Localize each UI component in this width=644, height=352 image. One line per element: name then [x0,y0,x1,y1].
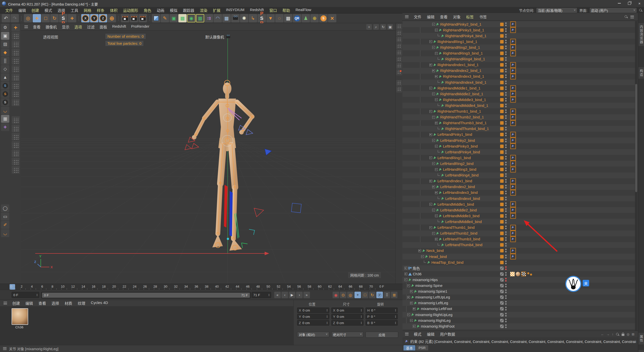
visibility-dots[interactable] [505,179,507,183]
weight-tag-icon[interactable] [510,68,516,74]
coord-field-旋转-P[interactable]: P0 °▴▾ [366,314,398,319]
live-selection-button[interactable]: ◎ [24,14,32,22]
ellipse-select-button[interactable]: ◯ [1,204,9,212]
snap-move-button[interactable]: + [12,24,20,31]
menu-handle-icon[interactable] [24,25,28,28]
size-mode-select[interactable]: 绝对尺寸˅ [331,332,364,337]
tree-row-Neck_bind[interactable]: Neck_bind [403,248,635,254]
visibility-dots[interactable] [505,173,507,177]
view-strip-icon-2[interactable] [396,30,402,36]
layer-color-swatch[interactable] [500,133,504,136]
back-icon[interactable]: ← [601,332,604,336]
character-figure[interactable] [192,82,252,251]
stepper-icon[interactable]: ▴▾ [393,309,396,312]
stepper-icon[interactable]: ▴▾ [393,321,396,324]
visibility-dots[interactable] [505,156,507,160]
target-tag-button[interactable]: ⊕ [310,14,319,22]
minimize-button[interactable] [614,0,624,7]
viewport-menu-选项[interactable]: 选项 [72,24,85,29]
tree-row-mixamorig:LeftUpLeg[interactable]: mixamorig:LeftUpLeg [403,294,635,300]
weight-tag-icon[interactable] [510,225,516,231]
volume-builder-button[interactable]: ◉ [187,14,195,22]
layer-color-swatch[interactable] [500,110,504,113]
expand-icon[interactable] [410,290,413,293]
menu-handle-icon[interactable] [405,333,409,335]
field-box[interactable]: Y0 cm▴▾ [297,314,329,319]
search-icon[interactable] [639,9,642,12]
make-editable-button[interactable]: ⚙ [1,24,9,31]
menu-运动图形[interactable]: 运动图形 [120,8,141,13]
visibility-dots[interactable] [505,40,507,44]
coord-field-位置-X[interactable]: X0 cm▴▾ [297,307,329,313]
material-manager[interactable]: Ch36 [0,306,293,345]
node-space-select[interactable]: 当前 (标准/物理) ˅ [536,8,577,13]
tree-row-LeftHandIndex4_bind[interactable]: LeftHandIndex4_bind [403,196,635,201]
collapse-icon[interactable] [432,186,435,188]
tree-row-mixamorig:RightLeg[interactable]: mixamorig:RightLeg [403,318,635,323]
record-pla-button[interactable]: ⠿ [384,292,390,298]
collapse-icon[interactable] [435,52,438,55]
snap-icon-9[interactable] [12,98,20,106]
menu-帮助[interactable]: 帮助 [280,8,293,13]
coordinate-system-button[interactable]: ⊕ [108,14,116,22]
layer-color-swatch[interactable] [500,69,504,72]
collapse-icon[interactable] [432,69,435,72]
collapse-icon[interactable] [410,319,413,322]
visibility-dots[interactable] [505,260,507,265]
layer-color-swatch[interactable] [500,226,504,229]
stepper-icon[interactable]: ▴▾ [35,293,37,296]
weight-tag-icon[interactable] [510,91,516,97]
tree-row-LeftHandMiddle2_bind[interactable]: LeftHandMiddle2_bind [403,207,635,213]
layer-color-swatch[interactable] [500,243,504,247]
tree-row-RightHandIndex4_bind_1[interactable]: RightHandIndex4_bind_1 [403,79,635,85]
visibility-dots[interactable] [505,272,507,276]
layer-color-swatch[interactable] [500,272,504,276]
stepper-icon[interactable]: ▴▾ [325,321,328,324]
tree-row-HeadTop_End_bind[interactable]: HeadTop_End_bind [403,259,635,265]
viewport-menu-Redshift[interactable]: Redshift [110,24,129,29]
visibility-dots[interactable] [505,28,507,32]
visibility-dots[interactable] [505,197,507,201]
menu-扩展[interactable]: 扩展 [210,8,223,13]
visibility-dots[interactable] [505,63,507,67]
collapse-icon[interactable] [432,46,435,49]
scale-tool-button[interactable]: □ [42,14,50,22]
collapse-icon[interactable] [429,156,432,159]
viewport-menu-查看[interactable]: 查看 [30,24,43,29]
tree-row-RightHandIndex2_bind_1[interactable]: RightHandIndex2_bind_1 [403,68,635,74]
viewport-menu-摄像机[interactable]: 摄像机 [43,24,59,29]
collapse-icon[interactable] [432,209,435,211]
collapse-icon[interactable] [429,180,432,183]
menu-创建[interactable]: 创建 [29,8,42,13]
tree-row-RightHandMiddle1_bind_1[interactable]: RightHandMiddle1_bind_1 [403,85,635,91]
weight-tag-icon[interactable] [510,178,516,184]
move-tool-button[interactable]: + [33,14,41,22]
weight-tag-icon[interactable] [510,248,516,254]
menu-文件[interactable]: 文件 [3,8,16,13]
workplane-mode-button[interactable]: ◆ [1,49,9,56]
visibility-dots[interactable] [505,74,507,78]
layer-color-swatch[interactable] [500,63,504,67]
tree-row-LeftHandIndex2_bind[interactable]: LeftHandIndex2_bind [403,184,635,190]
collapse-icon[interactable] [429,87,432,90]
visibility-dots[interactable] [505,220,507,224]
layer-color-swatch[interactable] [500,313,504,317]
visibility-dots[interactable] [505,295,507,299]
model-mode-button[interactable]: ▣ [1,32,9,40]
tree-row-LeftHandThumb4_bind[interactable]: LeftHandThumb4_bind [403,242,635,248]
visibility-dots[interactable] [505,313,507,317]
weight-tag-icon[interactable] [510,184,516,190]
tree-row-LeftHandRing1_bind[interactable]: LeftHandRing1_bind [403,155,635,161]
magnet-tool-button[interactable]: ◡ [1,229,9,237]
tree-row-RightHandThumb4_bind_1[interactable]: RightHandThumb4_bind_1 [403,126,635,132]
lock-y-axis-button[interactable]: Y [90,14,98,22]
visibility-dots[interactable] [505,98,507,102]
visibility-dots[interactable] [505,255,507,259]
weight-tag-icon[interactable] [510,27,516,33]
weight-tag-icon[interactable] [510,21,516,27]
expand-icon[interactable] [405,273,407,275]
tree-row-Head_bind[interactable]: Head_bind [403,254,635,259]
weight-tag-icon[interactable] [510,74,516,79]
edge-mode-button[interactable]: ◇ [1,65,9,73]
lock-icon[interactable] [622,334,624,336]
